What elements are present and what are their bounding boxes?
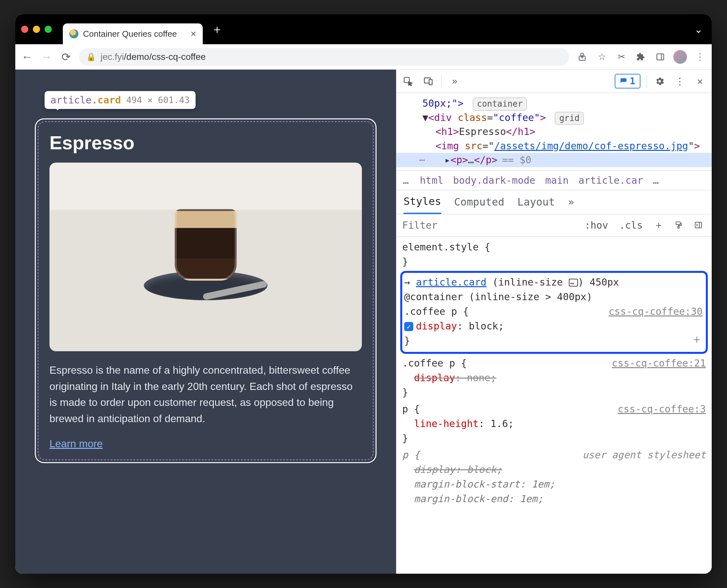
issues-button[interactable]: 1 <box>615 74 641 88</box>
styles-filter-bar: :hov .cls ＋ <box>396 214 712 236</box>
source-link[interactable]: css-cq-coffee:21 <box>612 356 706 371</box>
share-icon[interactable] <box>576 50 589 63</box>
scissors-icon[interactable]: ✂︎ <box>615 50 628 63</box>
more-tabs-icon[interactable]: » <box>568 196 574 208</box>
container-query-rule[interactable]: → article.card (inline-size ) 450px @con… <box>404 275 703 348</box>
browser-menu-icon[interactable]: ⋮ <box>693 50 707 63</box>
overridden-rule[interactable]: css-cq-coffee:21 .coffee p { display: no… <box>402 356 706 400</box>
crumbs-more-left-icon[interactable]: … <box>403 175 410 186</box>
inspect-tooltip: article.card 494 × 601.43 <box>45 91 196 109</box>
card-heading: Espresso <box>49 132 362 153</box>
source-link[interactable]: css-cq-coffee:3 <box>618 402 706 416</box>
browser-tab[interactable]: Container Queries coffee × <box>63 23 203 44</box>
card-inner: Espresso Espresso is the name of a highl… <box>38 121 373 460</box>
crumbs-more-right-icon[interactable]: … <box>653 175 660 186</box>
side-panel-icon[interactable] <box>654 50 667 63</box>
tabs-overflow-icon[interactable]: ⌄ <box>694 24 703 35</box>
card-paragraph: Espresso is the name of a highly concent… <box>49 362 362 427</box>
learn-more-link[interactable]: Learn more <box>49 438 103 449</box>
coffee-image <box>49 163 362 351</box>
inline-size-icon <box>569 279 578 287</box>
grid-badge[interactable]: grid <box>555 112 584 125</box>
tab-computed[interactable]: Computed <box>454 196 504 208</box>
devtools-close-icon[interactable]: ✕ <box>693 74 707 88</box>
container-query-rule-highlight: → article.card (inline-size ) 450px @con… <box>400 271 708 354</box>
window-maximize-button[interactable] <box>45 26 52 33</box>
cls-button[interactable]: .cls <box>616 218 646 232</box>
devtools-menu-icon[interactable]: ⋮ <box>673 74 687 88</box>
element-style-rule[interactable]: element.style {} <box>402 240 706 269</box>
container-badge[interactable]: container <box>473 98 527 110</box>
issues-count: 1 <box>630 76 635 86</box>
titlebar: Container Queries coffee × ＋ ⌄ <box>15 14 712 44</box>
container-link[interactable]: article.card <box>416 276 486 288</box>
breadcrumbs[interactable]: … html body.dark-mode main article.car … <box>396 171 712 190</box>
selected-element-row[interactable]: ⋯ ▸<p>…</p> == $0 <box>396 153 712 167</box>
content-area: article.card 494 × 601.43 Espresso Espre… <box>15 69 712 574</box>
lock-icon: 🔒 <box>86 52 96 61</box>
window-minimize-button[interactable] <box>33 26 40 33</box>
tab-title: Container Queries coffee <box>83 29 177 39</box>
tab-styles[interactable]: Styles <box>404 190 441 214</box>
toggle-sidebar-icon[interactable] <box>691 219 706 231</box>
dollar-zero-label: == $0 <box>502 153 531 167</box>
back-button[interactable]: ← <box>20 50 34 63</box>
svg-rect-6 <box>676 222 680 225</box>
bookmark-icon[interactable]: ☆ <box>595 50 608 63</box>
tooltip-tag: article <box>51 94 92 106</box>
inspect-element-icon[interactable] <box>401 74 415 88</box>
window-close-button[interactable] <box>21 26 28 33</box>
reload-button[interactable]: ⟳ <box>60 50 73 63</box>
p-rule[interactable]: css-cq-coffee:3 p { line-height: 1.6;} <box>402 402 706 445</box>
article-card: Espresso Espresso is the name of a highl… <box>35 119 377 463</box>
new-style-rule-icon[interactable]: ＋ <box>650 217 667 233</box>
profile-avatar[interactable] <box>673 50 687 64</box>
expand-dots-icon[interactable]: ⋯ <box>419 153 425 167</box>
page-viewport: article.card 494 × 601.43 Espresso Espre… <box>15 69 396 574</box>
settings-icon[interactable] <box>652 74 667 88</box>
extensions-icon[interactable] <box>634 50 647 63</box>
add-property-icon[interactable]: ＋ <box>691 331 703 348</box>
styles-tabs: Styles Computed Layout » <box>396 190 712 214</box>
forward-button[interactable]: → <box>40 50 53 63</box>
more-tabs-icon[interactable]: » <box>447 74 462 88</box>
traffic-lights <box>21 26 52 33</box>
tooltip-class: .card <box>92 94 121 106</box>
tab-layout[interactable]: Layout <box>518 196 555 208</box>
device-toolbar-icon[interactable] <box>421 74 436 88</box>
elements-tree[interactable]: 50px;"> container ▼<div class="coffee"> … <box>396 93 712 171</box>
tooltip-dimensions: 494 × 601.43 <box>126 95 190 105</box>
ua-rule[interactable]: user agent stylesheet p { display: block… <box>402 447 706 506</box>
new-tab-button[interactable]: ＋ <box>211 21 223 37</box>
source-link[interactable]: css-cq-coffee:30 <box>609 304 703 319</box>
svg-rect-5 <box>429 79 432 85</box>
address-bar[interactable]: 🔒 jec.fyi/demo/css-cq-coffee <box>79 48 569 66</box>
devtools-panel: » 1 ⋮ ✕ 50px;"> container ▼<div class="c… <box>396 69 712 574</box>
url-text: jec.fyi/demo/css-cq-coffee <box>101 52 206 62</box>
hov-button[interactable]: :hov <box>582 218 611 232</box>
browser-window: Container Queries coffee × ＋ ⌄ ← → ⟳ 🔒 j… <box>15 14 712 574</box>
styles-filter-input[interactable] <box>402 219 577 231</box>
styles-body[interactable]: element.style {} → article.card (inline-… <box>396 236 712 574</box>
paint-icon[interactable] <box>671 219 686 231</box>
svg-rect-7 <box>678 227 679 228</box>
ua-source-label: user agent stylesheet <box>583 447 706 462</box>
crumb-body[interactable]: body.dark-mode <box>453 175 535 186</box>
crumb-main[interactable]: main <box>545 175 568 186</box>
tab-favicon <box>69 29 78 38</box>
img-src-link[interactable]: /assets/img/demo/cof-espresso.jpg <box>494 140 688 151</box>
property-checkbox[interactable]: ✓ <box>404 322 413 331</box>
toolbar: ← → ⟳ 🔒 jec.fyi/demo/css-cq-coffee ☆ ✂︎ … <box>15 44 712 69</box>
crumb-article[interactable]: article.car <box>578 175 643 186</box>
devtools-toolbar: » 1 ⋮ ✕ <box>396 69 712 93</box>
crumb-html[interactable]: html <box>420 175 443 186</box>
tab-close-button[interactable]: × <box>190 28 196 39</box>
svg-rect-1 <box>657 54 664 60</box>
